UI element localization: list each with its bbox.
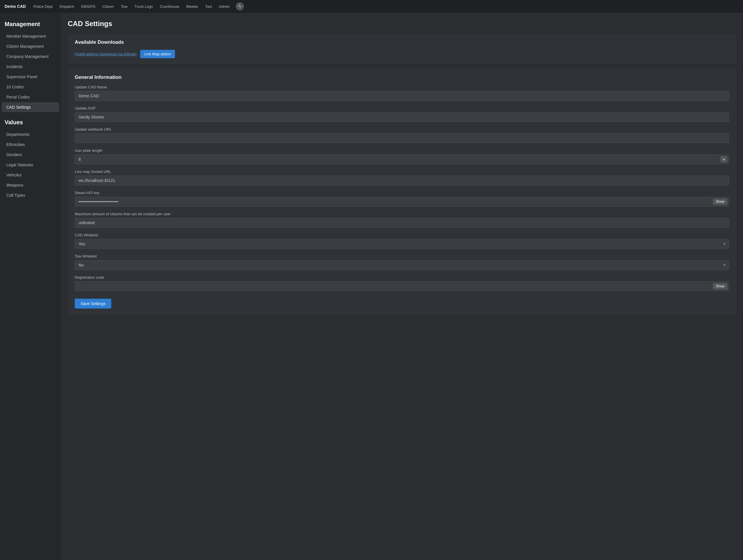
sidebar-item-supervisor-panel[interactable]: Supervisor Panel [2, 72, 59, 82]
registration-code-label: Registration code [75, 275, 729, 279]
cad-name-label: Update CAD Name [75, 85, 729, 89]
nav-police-dept[interactable]: Police Dept [31, 3, 55, 10]
tow-whitelist-wrapper: Yes No ▼ [75, 260, 729, 270]
sidebar-item-legal-statuses[interactable]: Legal Statuses [2, 160, 59, 170]
cad-whitelist-group: CAD Whitelist Yes No ▼ [75, 233, 729, 249]
fivem-addons-link[interactable]: FiveM addons (download via GitHub) [75, 52, 137, 56]
livemap-socket-label: Live map Socket URL [75, 169, 729, 174]
steam-api-wrapper: Show [75, 197, 729, 207]
nav-dispatch[interactable]: Dispatch [57, 3, 77, 10]
sidebar-item-citizen-management[interactable]: Citizen Management [2, 41, 59, 51]
max-citizens-group: Maximum amount of citizens that can be c… [75, 212, 729, 228]
sidebar-item-penal-codes[interactable]: Penal Codes [2, 92, 59, 102]
max-citizens-label: Maximum amount of citizens that can be c… [75, 212, 729, 216]
sidebar-item-cad-settings[interactable]: CAD Settings [2, 102, 59, 112]
downloads-card-title: Available Downloads [75, 39, 729, 45]
nav-tow[interactable]: Tow [118, 3, 130, 10]
livemap-socket-group: Live map Socket URL [75, 169, 729, 185]
aop-input[interactable] [75, 112, 729, 122]
sidebar-item-ethnicities[interactable]: Ethnicities [2, 140, 59, 149]
livemap-socket-input[interactable] [75, 176, 729, 185]
webhook-group: Update webhook URL [75, 127, 729, 143]
tow-whitelist-group: Tow Whitelist Yes No ▼ [75, 254, 729, 270]
steam-api-group: Steam API key Show [75, 190, 729, 207]
steam-api-input[interactable] [75, 197, 729, 207]
nav-courthouse[interactable]: Courthouse [157, 3, 182, 10]
cad-whitelist-select[interactable]: Yes No [75, 239, 729, 249]
downloads-row: FiveM addons (download via GitHub) Live … [75, 50, 729, 58]
livemap-addon-button[interactable]: Live Map addon [140, 50, 175, 58]
topnav: Demo CAD Police Dept Dispatch EMS/FD Cit… [0, 0, 743, 13]
nav-ems-fd[interactable]: EMS/FD [78, 3, 98, 10]
sidebar: Management Member Management Citizen Man… [0, 13, 61, 560]
plate-length-spin-btn[interactable]: + [720, 156, 727, 163]
nav-bleeter[interactable]: Bleeter [183, 3, 201, 10]
registration-code-group: Registration code Show [75, 275, 729, 291]
aop-label: Update AOP [75, 106, 729, 111]
sidebar-item-genders[interactable]: Genders [2, 150, 59, 160]
registration-code-input[interactable] [75, 281, 729, 291]
general-info-card-title: General Information [75, 75, 729, 80]
nav-taxi[interactable]: Taxi [202, 3, 215, 10]
nav-truck-logs[interactable]: Truck Logs [132, 3, 156, 10]
max-citizens-input[interactable] [75, 218, 729, 228]
tow-whitelist-select[interactable]: Yes No [75, 260, 729, 270]
plate-length-input[interactable] [75, 155, 729, 164]
tow-whitelist-label: Tow Whitelist [75, 254, 729, 258]
brand-label: Demo CAD [5, 4, 26, 9]
sidebar-item-weapons[interactable]: Weapons [2, 180, 59, 190]
cad-name-group: Update CAD Name [75, 85, 729, 101]
general-info-card: General Information Update CAD Name Upda… [68, 69, 736, 314]
cad-name-input[interactable] [75, 91, 729, 101]
save-settings-button[interactable]: Save Settings [75, 299, 111, 308]
page-title: CAD Settings [68, 20, 736, 28]
plate-length-group: max plate length + [75, 148, 729, 164]
sidebar-item-call-types[interactable]: Call Types [2, 190, 59, 200]
cad-whitelist-label: CAD Whitelist [75, 233, 729, 237]
webhook-label: Update webhook URL [75, 127, 729, 132]
plate-length-label: max plate length [75, 148, 729, 153]
user-avatar[interactable]: ✎ [236, 2, 244, 10]
downloads-card: Available Downloads FiveM addons (downlo… [68, 34, 736, 64]
aop-group: Update AOP [75, 106, 729, 122]
webhook-input[interactable] [75, 133, 729, 143]
cad-whitelist-wrapper: Yes No ▼ [75, 239, 729, 249]
layout: Management Member Management Citizen Man… [0, 13, 743, 560]
sidebar-item-incidents[interactable]: Incidents [2, 62, 59, 72]
main-content: CAD Settings Available Downloads FiveM a… [61, 13, 743, 560]
sidebar-item-10-codes[interactable]: 10 Codes [2, 82, 59, 92]
sidebar-item-company-management[interactable]: Company Management [2, 52, 59, 61]
sidebar-item-member-management[interactable]: Member Management [2, 31, 59, 41]
registration-code-show-button[interactable]: Show [713, 283, 727, 290]
sidebar-item-departments[interactable]: Departments [2, 129, 59, 139]
values-section-title: Values [0, 117, 61, 129]
sidebar-item-vehicles[interactable]: Vehicles [2, 170, 59, 180]
plate-length-wrapper: + [75, 155, 729, 164]
steam-api-label: Steam API key [75, 190, 729, 195]
registration-code-wrapper: Show [75, 281, 729, 291]
steam-api-show-button[interactable]: Show [713, 199, 727, 205]
nav-citizen[interactable]: Citizen [99, 3, 117, 10]
nav-admin[interactable]: Admin [216, 3, 232, 10]
management-section-title: Management [0, 18, 61, 31]
